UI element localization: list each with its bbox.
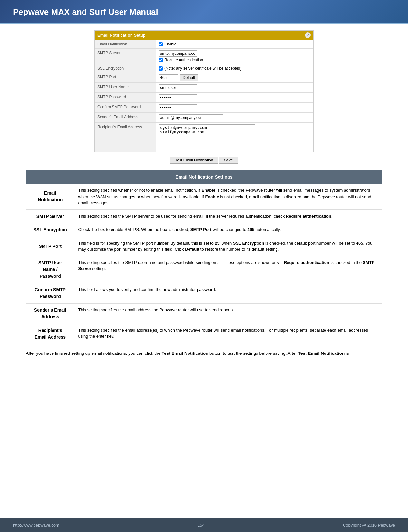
enable-label: Enable <box>164 42 176 46</box>
label-email-notification: Email Notification <box>95 40 156 48</box>
setting-desc-email-notification: This setting specifies whether or not to… <box>74 184 382 210</box>
form-buttons: Test Email Notification Save <box>94 157 314 164</box>
setting-name-recipient-email: Recipient'sEmail Address <box>26 324 74 344</box>
smtp-server-input[interactable] <box>159 50 197 57</box>
recipient-email-textarea[interactable]: system@mycompany.com staff@mycompany.com <box>159 124 255 150</box>
ssl-checkbox[interactable] <box>159 66 163 71</box>
form-row-email-notification: Email Notification Enable <box>95 40 313 48</box>
form-row-smtp-password: SMTP Password <box>95 92 313 102</box>
form-row-smtp-port: SMTP Port Default <box>95 73 313 82</box>
field-smtp-server: Require authentication <box>156 49 313 64</box>
setting-name-smtp-user: SMTP UserName /Password <box>26 256 74 283</box>
form-title: Email Notification Setup <box>97 33 146 38</box>
settings-row-recipient-email: Recipient'sEmail Address This setting sp… <box>26 324 382 344</box>
setting-desc-ssl-encryption: Check the box to enable SMTPS. When the … <box>74 223 382 237</box>
paragraph-text: After you have finished setting up email… <box>26 350 382 357</box>
settings-table: Email Notification Settings EmailNotific… <box>26 170 382 344</box>
confirm-password-input[interactable] <box>159 104 197 111</box>
settings-row-email-notification: EmailNotification This setting specifies… <box>26 184 382 210</box>
settings-row-ssl-encryption: SSL Encryption Check the box to enable S… <box>26 223 382 237</box>
help-icon[interactable]: ? <box>305 32 311 38</box>
field-ssl-encryption: (Note: any server certificate will be ac… <box>156 64 313 73</box>
label-recipient-email: Recipient's Email Address <box>95 123 156 152</box>
field-sender-email <box>156 113 313 122</box>
form-row-ssl-encryption: SSL Encryption (Note: any server certifi… <box>95 64 313 73</box>
smtp-password-input[interactable] <box>159 94 197 101</box>
footer-url: http://www.pepwave.com <box>13 523 59 527</box>
form-row-recipient-email: Recipient's Email Address system@mycompa… <box>95 122 313 152</box>
settings-row-sender-email: Sender's EmailAddress This setting speci… <box>26 303 382 324</box>
form-row-sender-email: Sender's Email Address <box>95 112 313 122</box>
footer-copyright: Copyright @ 2016 Pepwave <box>343 523 395 527</box>
setting-name-smtp-server: SMTP Server <box>26 209 74 223</box>
settings-row-confirm-password: Confirm SMTPPassword This field allows y… <box>26 283 382 303</box>
form-title-row: Email Notification Setup ? <box>95 31 313 40</box>
setting-desc-smtp-server: This setting specifies the SMTP server t… <box>74 209 382 223</box>
footer-page: 154 <box>198 523 205 527</box>
page-footer: http://www.pepwave.com 154 Copyright @ 2… <box>0 518 408 532</box>
smtp-username-input[interactable] <box>159 84 197 91</box>
label-smtp-port: SMTP Port <box>95 73 156 82</box>
test-email-button[interactable]: Test Email Notification <box>170 157 218 164</box>
require-auth-label: Require authentication <box>164 58 203 62</box>
sender-email-input[interactable] <box>159 114 223 121</box>
form-row-confirm-password: Confirm SMTP Password <box>95 102 313 112</box>
email-setup-form: Email Notification Setup ? Email Notific… <box>94 30 314 152</box>
label-ssl-encryption: SSL Encryption <box>95 64 156 73</box>
default-button[interactable]: Default <box>180 74 198 81</box>
save-button[interactable]: Save <box>219 157 238 164</box>
form-row-smtp-server: SMTP Server Require authentication <box>95 48 313 64</box>
main-content: Email Notification Setup ? Email Notific… <box>0 24 408 518</box>
page-header: Pepwave MAX and Surf User Manual <box>0 0 408 24</box>
smtp-port-input[interactable] <box>159 74 178 81</box>
setting-desc-confirm-password: This field allows you to verify and conf… <box>74 283 382 303</box>
label-smtp-server: SMTP Server <box>95 49 156 64</box>
setting-desc-smtp-user: This setting specifies the SMTP username… <box>74 256 382 283</box>
setting-desc-sender-email: This setting specifies the email address… <box>74 303 382 324</box>
label-smtp-password: SMTP Password <box>95 93 156 102</box>
form-row-smtp-username: SMTP User Name <box>95 82 313 92</box>
setting-desc-smtp-port: This field is for specifying the SMTP po… <box>74 237 382 256</box>
label-smtp-username: SMTP User Name <box>95 83 156 92</box>
settings-table-title: Email Notification Settings <box>26 170 382 184</box>
settings-table-header: Email Notification Settings <box>26 170 382 184</box>
setting-name-ssl-encryption: SSL Encryption <box>26 223 74 237</box>
ssl-note: (Note: any server certificate will be ac… <box>164 66 241 71</box>
label-confirm-password: Confirm SMTP Password <box>95 103 156 112</box>
field-recipient-email: system@mycompany.com staff@mycompany.com <box>156 123 313 152</box>
field-smtp-password <box>156 93 313 102</box>
page-title: Pepwave MAX and Surf User Manual <box>13 7 395 17</box>
setting-name-sender-email: Sender's EmailAddress <box>26 303 74 324</box>
field-smtp-username <box>156 83 313 92</box>
settings-row-smtp-user: SMTP UserName /Password This setting spe… <box>26 256 382 283</box>
setting-name-email-notification: EmailNotification <box>26 184 74 210</box>
settings-row-smtp-server: SMTP Server This setting specifies the S… <box>26 209 382 223</box>
setting-name-confirm-password: Confirm SMTPPassword <box>26 283 74 303</box>
setting-name-smtp-port: SMTP Port <box>26 237 74 256</box>
field-smtp-port: Default <box>156 73 313 82</box>
label-sender-email: Sender's Email Address <box>95 113 156 122</box>
settings-row-smtp-port: SMTP Port This field is for specifying t… <box>26 237 382 256</box>
enable-checkbox[interactable] <box>159 42 163 46</box>
setting-desc-recipient-email: This setting specifies the email address… <box>74 324 382 344</box>
field-confirm-password <box>156 103 313 112</box>
field-email-notification: Enable <box>156 40 313 48</box>
require-auth-checkbox[interactable] <box>159 58 163 62</box>
